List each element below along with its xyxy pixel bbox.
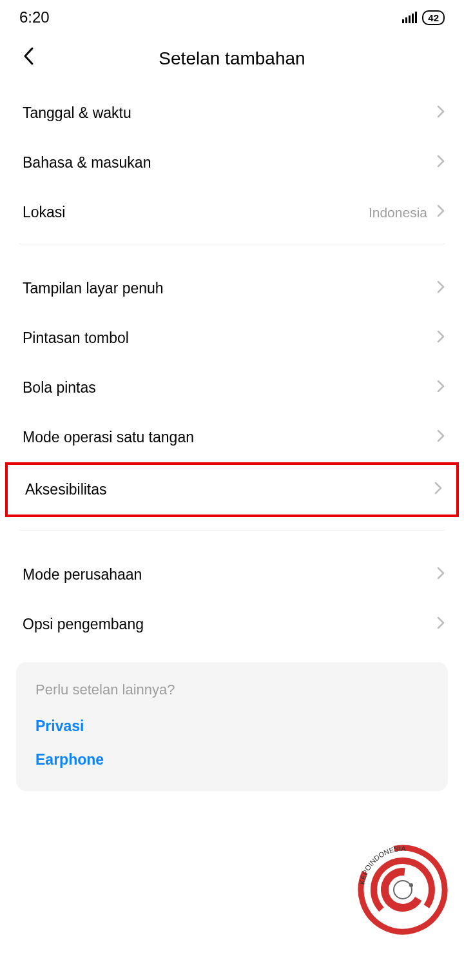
settings-item-label: Mode operasi satu tangan (23, 429, 194, 446)
settings-item-pintasan-tombol[interactable]: Pintasan tombol (0, 313, 464, 363)
status-right: 42 (402, 10, 445, 25)
settings-item-label: Mode perusahaan (23, 566, 142, 583)
chevron-right-icon (437, 155, 445, 172)
settings-item-mode-operasi-satu-tangan[interactable]: Mode operasi satu tangan (0, 413, 464, 462)
battery-indicator: 42 (422, 10, 445, 25)
status-time: 6:20 (19, 8, 50, 26)
settings-item-label: Tanggal & waktu (23, 104, 131, 122)
settings-item-lokasi[interactable]: Lokasi Indonesia (0, 188, 464, 237)
header: Setelan tambahan (0, 32, 464, 88)
chevron-right-icon (437, 567, 445, 583)
watermark-logo: KEPOINDONESIA (358, 845, 448, 935)
back-button[interactable] (23, 46, 35, 71)
suggestion-card: Perlu setelan lainnya? Privasi Earphone (16, 662, 448, 791)
svg-point-4 (409, 883, 413, 887)
divider (19, 244, 445, 244)
settings-item-mode-perusahaan[interactable]: Mode perusahaan (0, 550, 464, 600)
settings-item-label: Pintasan tombol (23, 329, 129, 347)
svg-point-2 (378, 865, 427, 914)
settings-item-bahasa-masukan[interactable]: Bahasa & masukan (0, 138, 464, 188)
chevron-right-icon (437, 105, 445, 122)
chevron-right-icon (437, 280, 445, 297)
suggestion-title: Perlu setelan lainnya? (35, 681, 429, 698)
settings-item-label: Opsi pengembang (23, 616, 144, 633)
suggestion-link-privasi[interactable]: Privasi (35, 718, 429, 735)
settings-item-label: Aksesibilitas (25, 481, 107, 498)
settings-item-tanggal-waktu[interactable]: Tanggal & waktu (0, 88, 464, 138)
chevron-right-icon (437, 429, 445, 446)
settings-item-value: Indonesia (369, 205, 427, 220)
divider (19, 530, 445, 531)
settings-item-bola-pintas[interactable]: Bola pintas (0, 363, 464, 413)
settings-item-label: Bahasa & masukan (23, 154, 151, 172)
settings-item-opsi-pengembang[interactable]: Opsi pengembang (0, 600, 464, 649)
page-title: Setelan tambahan (19, 48, 445, 69)
chevron-right-icon (437, 616, 445, 633)
settings-item-label: Bola pintas (23, 379, 96, 397)
settings-item-label: Tampilan layar penuh (23, 280, 164, 297)
chevron-right-icon (437, 380, 445, 397)
highlight-box: Aksesibilitas (5, 462, 459, 517)
chevron-right-icon (437, 330, 445, 347)
svg-point-3 (394, 881, 412, 899)
signal-icon (402, 12, 417, 23)
settings-item-tampilan-layar-penuh[interactable]: Tampilan layar penuh (0, 264, 464, 313)
status-bar: 6:20 42 (0, 0, 464, 32)
settings-item-label: Lokasi (23, 204, 65, 221)
settings-item-aksesibilitas[interactable]: Aksesibilitas (8, 465, 456, 514)
chevron-right-icon (434, 482, 442, 498)
suggestion-link-earphone[interactable]: Earphone (35, 751, 429, 769)
chevron-right-icon (437, 204, 445, 221)
settings-list: Tanggal & waktu Bahasa & masukan Lokasi … (0, 88, 464, 649)
